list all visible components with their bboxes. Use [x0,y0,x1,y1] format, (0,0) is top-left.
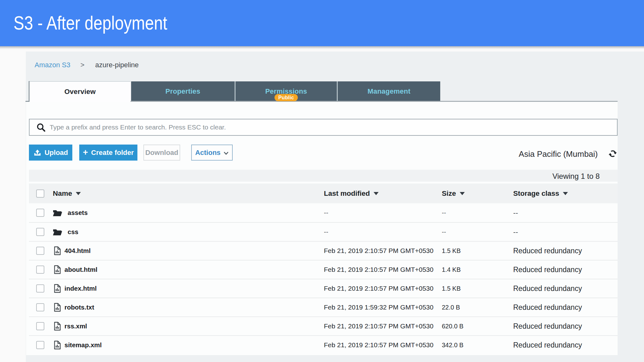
select-all-checkbox[interactable] [36,189,44,198]
column-header-size[interactable]: Size [442,189,465,198]
search-icon [36,123,45,132]
tab-properties-label: Properties [131,87,235,96]
cell-last-modified: Feb 21, 2019 1:59:32 PM GMT+0530 [324,304,433,311]
object-name[interactable]: css [68,228,78,236]
cell-last-modified: Feb 21, 2019 2:10:57 PM GMT+0530 [324,247,433,255]
cell-last-modified: Feb 21, 2019 2:10:57 PM GMT+0530 [324,341,433,349]
object-name[interactable]: rss.xml [64,322,87,330]
table-row-index[interactable]: index.html Feb 21, 2019 2:10:57 PM GMT+0… [29,279,618,298]
file-icon [53,303,61,312]
breadcrumb-link-amazon-s3[interactable]: Amazon S3 [35,61,70,69]
cell-size: 1.4 KB [442,266,461,273]
plus-icon: + [83,148,88,156]
column-header-name[interactable]: Name [53,189,81,198]
cell-storage-class: Reduced redundancy [513,247,582,255]
tab-overview-label: Overview [30,88,130,96]
table-row-sitemap[interactable]: sitemap.xml Feb 21, 2019 2:10:57 PM GMT+… [29,335,618,354]
row-checkbox[interactable] [36,209,44,217]
row-checkbox[interactable] [36,266,44,274]
download-button[interactable]: Download [143,145,180,161]
file-icon [53,284,61,293]
cell-size: 342.0 B [442,342,464,349]
object-name[interactable]: 404.html [64,247,91,255]
cell-last-modified: Feb 21, 2019 2:10:57 PM GMT+0530 [324,322,433,330]
folder-icon [53,209,62,217]
upload-button-label: Upload [45,149,68,157]
create-folder-button[interactable]: + Create folder [79,145,137,161]
tab-overview[interactable]: Overview [30,81,130,102]
sort-caret-icon [374,192,379,195]
row-checkbox[interactable] [36,322,44,330]
column-header-last-modified[interactable]: Last modified [324,189,379,198]
row-checkbox[interactable] [36,341,44,349]
cell-size: -- [442,228,446,236]
cell-size: 22.0 B [442,304,460,311]
search-box[interactable] [29,119,618,136]
cell-size: 1.5 KB [442,247,461,255]
slide: S3 - After deployment Amazon S3 > azure-… [0,0,644,362]
cell-storage-class: Reduced redundancy [513,322,582,331]
refresh-icon[interactable] [608,150,617,158]
cell-storage-class: -- [513,209,518,217]
actions-button-label: Actions [195,149,221,157]
object-name[interactable]: index.html [64,285,97,292]
viewing-bar: Viewing 1 to 8 [29,170,618,182]
cell-storage-class: Reduced redundancy [513,303,582,312]
column-header-storage-class[interactable]: Storage class [513,189,568,198]
sort-caret-icon [76,192,81,195]
row-checkbox[interactable] [36,284,44,293]
file-icon [53,265,61,274]
breadcrumb: Amazon S3 > azure-pipeline [35,61,139,70]
sort-caret-icon [563,192,568,195]
create-folder-button-label: Create folder [91,149,134,157]
table-row-robots[interactable]: robots.txt Feb 21, 2019 1:59:32 PM GMT+0… [29,298,618,316]
tab-overview-border [29,81,30,102]
tab-underline [130,101,618,102]
cell-last-modified: -- [324,228,328,236]
table-row-rss[interactable]: rss.xml Feb 21, 2019 2:10:57 PM GMT+0530… [29,316,618,335]
tab-permissions[interactable]: Permissions Public [236,81,337,101]
table-row-assets[interactable]: assets -- -- -- [29,203,618,222]
chevron-down-icon [224,152,229,155]
table-row-about[interactable]: about.html Feb 21, 2019 2:10:57 PM GMT+0… [29,260,618,279]
row-checkbox[interactable] [36,228,44,236]
object-name[interactable]: about.html [64,266,97,273]
actions-button[interactable]: Actions [191,145,233,161]
object-name[interactable]: sitemap.xml [64,341,102,349]
search-input[interactable] [50,119,584,135]
cell-last-modified: -- [324,209,328,217]
cell-last-modified: Feb 21, 2019 2:10:57 PM GMT+0530 [324,285,433,292]
upload-icon [33,149,42,156]
table-row-css[interactable]: css -- -- -- [29,222,618,241]
table-row-404[interactable]: 404.html Feb 21, 2019 2:10:57 PM GMT+053… [29,241,618,260]
cell-size: 1.5 KB [442,285,461,292]
upload-button[interactable]: Upload [29,145,72,161]
tab-overview-border-hook [25,101,30,102]
cell-last-modified: Feb 21, 2019 2:10:57 PM GMT+0530 [324,266,433,273]
object-name[interactable]: robots.txt [64,304,94,311]
header-shadow [0,46,644,49]
object-name[interactable]: assets [68,209,88,217]
public-badge: Public [275,94,298,101]
cell-size: 620.0 B [442,323,464,330]
tab-management[interactable]: Management [338,81,440,101]
slide-title: S3 - After deployment [14,12,167,34]
cell-storage-class: -- [513,228,518,236]
file-icon [53,322,61,331]
region-selector[interactable]: Asia Pacific (Mumbai) [519,149,598,159]
download-button-label: Download [145,149,178,157]
file-icon [53,246,61,255]
file-icon [53,341,61,349]
table-header-row: Name Last modified Size Storage class [29,184,618,203]
row-checkbox[interactable] [36,247,44,255]
tab-properties[interactable]: Properties [131,81,235,101]
cell-storage-class: Reduced redundancy [513,266,582,274]
tab-management-label: Management [338,87,440,96]
row-checkbox[interactable] [36,303,44,311]
viewing-count: Viewing 1 to 8 [552,172,600,181]
sort-caret-icon [460,192,465,195]
cell-size: -- [442,209,446,217]
breadcrumb-current-bucket: azure-pipeline [95,61,139,69]
breadcrumb-separator: > [80,61,85,69]
slide-header-bar: S3 - After deployment [0,0,644,46]
